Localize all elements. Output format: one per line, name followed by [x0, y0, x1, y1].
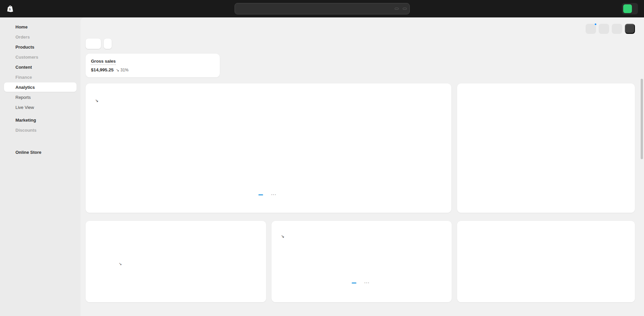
- sidebar-item-settings[interactable]: [4, 302, 77, 311]
- content-icon: [7, 64, 12, 70]
- home-icon: [7, 24, 12, 30]
- sidebar-item-online-store[interactable]: Online Store: [4, 147, 77, 157]
- shopify-analytics-page: { "topbar": { "brand": "shopify", "searc…: [0, 0, 644, 316]
- average-order-value-card: ↘ ···: [271, 221, 452, 302]
- chevron-right-icon: [69, 163, 74, 168]
- analytics-title-icon: [86, 26, 92, 32]
- kbd-k: [403, 8, 407, 10]
- aov-chart: [292, 242, 444, 270]
- sidebar-item-discounts[interactable]: Discounts: [4, 125, 77, 135]
- sidebar-item-orders[interactable]: Orders: [4, 32, 77, 42]
- topbar: S: [0, 0, 644, 17]
- sidebar: HomeOrdersProductsCustomersContentFinanc…: [0, 17, 81, 316]
- total-sales-by-product-card: [457, 221, 635, 302]
- legend-swatch-previous: ···: [364, 281, 370, 284]
- legend-swatch-previous: ···: [271, 193, 277, 196]
- sidebar-item-analytics[interactable]: Analytics: [4, 82, 77, 92]
- scrollbar-thumb[interactable]: [641, 79, 643, 159]
- customers-icon: [7, 54, 12, 60]
- kpi-title[interactable]: Gross sales: [91, 59, 116, 65]
- total-sales-breakdown-card: [457, 83, 635, 213]
- svg-text:S: S: [9, 8, 11, 11]
- finance-icon: [7, 74, 12, 80]
- fullscreen-button[interactable]: [612, 24, 622, 34]
- chart-legend: ···: [92, 193, 445, 196]
- store-account-menu[interactable]: [622, 3, 638, 14]
- main-content: Gross sales $14,995.25 ↘ 31% ↘ ···: [81, 17, 644, 316]
- notification-dot: [594, 23, 597, 26]
- total-sales-over-time-card: ↘ ···: [86, 83, 451, 213]
- shopify-bag-icon: S: [6, 4, 15, 13]
- store-icon: [7, 149, 12, 155]
- gear-icon: [7, 304, 12, 310]
- refresh-icon: [601, 26, 607, 32]
- customize-button[interactable]: [625, 24, 635, 34]
- legend-swatch-current: [352, 282, 356, 283]
- expand-icon: [614, 26, 620, 32]
- bell-icon: [610, 5, 616, 12]
- total-sales-by-channel-card: ↘: [86, 221, 266, 302]
- sidebar-item-customers[interactable]: Customers: [4, 52, 77, 62]
- sidebar-item-marketing[interactable]: Marketing: [4, 115, 77, 125]
- apps-header[interactable]: [4, 163, 77, 168]
- search-input[interactable]: [235, 3, 410, 14]
- analytics-icon: [7, 84, 12, 90]
- aov-delta: ↘: [281, 234, 285, 239]
- kpi-delta: ↘ 31%: [116, 68, 129, 72]
- discounts-icon: [7, 127, 12, 133]
- products-icon: [7, 44, 12, 50]
- sidebar-item-products[interactable]: Products: [4, 42, 77, 52]
- store-avatar: [623, 4, 632, 13]
- chart-legend: ···: [278, 281, 445, 284]
- sidebar-item-finance[interactable]: Finance: [4, 72, 77, 82]
- sidebar-item-reports[interactable]: Reports: [4, 92, 77, 102]
- notifications-button[interactable]: [608, 3, 618, 14]
- donut-center-delta: ↘: [119, 261, 123, 266]
- orders-icon: [7, 34, 12, 40]
- refresh-button[interactable]: [599, 24, 609, 34]
- sales-channels-header[interactable]: [4, 141, 77, 145]
- sidebar-item-home[interactable]: Home: [4, 22, 77, 31]
- total-sales-delta: ↘: [95, 99, 99, 103]
- calendar-icon: [90, 41, 95, 46]
- sidekick-button[interactable]: [594, 3, 604, 14]
- sidebar-item-live-view[interactable]: Live View: [4, 103, 77, 112]
- date-range-button[interactable]: [86, 39, 101, 49]
- shopify-logo[interactable]: S: [6, 4, 17, 13]
- total-sales-chart: [106, 109, 444, 181]
- kpi-sparkline: [185, 62, 214, 72]
- kbd-ctrl: [395, 8, 399, 10]
- sparkle-icon: [588, 26, 594, 32]
- chevron-right-icon: [69, 141, 74, 145]
- sidebar-item-content[interactable]: Content: [4, 62, 77, 72]
- page-title: [86, 26, 95, 32]
- search-icon: [238, 6, 244, 12]
- kpi-card-gross-sales: Gross sales $14,995.25 ↘ 31%: [86, 54, 220, 77]
- sales-channel-donut-chart: ↘: [92, 235, 149, 292]
- insights-button[interactable]: [586, 24, 596, 34]
- kpi-value: $14,995.25: [91, 67, 114, 72]
- marketing-icon: [7, 117, 12, 123]
- compare-button[interactable]: [104, 39, 112, 49]
- sidekick-icon: [596, 5, 602, 12]
- legend-swatch-current: [258, 194, 263, 195]
